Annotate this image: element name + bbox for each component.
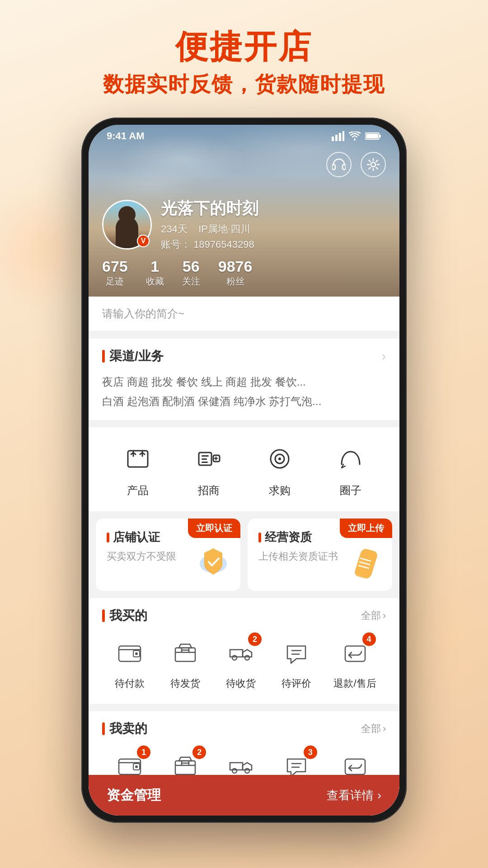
shop-cert-title-text: 店铺认证 xyxy=(113,529,160,545)
order-item-wait-ship[interactable]: 待发货 xyxy=(167,635,203,690)
order-wait-ship-icon-wrap xyxy=(167,635,203,671)
sales-wait-pay-badge: 1 xyxy=(137,745,150,759)
view-all-purchases[interactable]: 全部 › xyxy=(361,609,386,623)
svg-point-9 xyxy=(371,162,375,167)
chat-icon xyxy=(283,640,310,667)
quick-item-purchase[interactable]: 求购 xyxy=(262,441,298,498)
svg-point-27 xyxy=(232,656,237,660)
svg-rect-0 xyxy=(332,137,334,141)
user-meta: 234天 IP属地·四川 xyxy=(161,222,258,236)
bottom-bar-arrow: › xyxy=(377,788,381,802)
status-bar: 9:41 AM xyxy=(89,125,399,147)
order-return-badge: 4 xyxy=(362,632,376,646)
view-all-sales[interactable]: 全部 › xyxy=(361,722,386,736)
order-item-wait-review[interactable]: 待评价 xyxy=(278,635,314,690)
channels-title: 渠道/业务 xyxy=(102,348,164,365)
order-item-return[interactable]: 4 退款/售后 xyxy=(333,635,376,690)
avatar-wrapper[interactable]: V xyxy=(102,200,152,250)
bottom-bar-link-text: 查看详情 xyxy=(327,788,374,803)
stat-fans[interactable]: 9876 粉丝 xyxy=(218,258,253,288)
stat-favorites[interactable]: 1 收藏 xyxy=(146,258,164,288)
channel-line1: 夜店 商超 批发 餐饮 线上 商超 批发 餐饮... xyxy=(102,372,386,392)
quick-label-community: 圈子 xyxy=(340,483,361,498)
svg-rect-6 xyxy=(366,134,378,138)
red-bar-channels xyxy=(102,350,105,363)
bottom-bar-link[interactable]: 查看详情 › xyxy=(327,788,381,803)
sales-wait-review-badge: 3 xyxy=(304,745,317,759)
red-bar-sales xyxy=(102,722,105,735)
settings-icon-btn[interactable] xyxy=(361,152,386,177)
purchase-icon xyxy=(262,441,298,477)
order-return-label: 退款/售后 xyxy=(333,677,376,690)
user-info-row: V 光落下的时刻 234天 IP属地·四川 账号： 18976543298 xyxy=(102,198,258,251)
battery-icon xyxy=(365,132,381,140)
svg-rect-10 xyxy=(128,451,148,467)
content-area: 请输入你的简介~ 渠道/业务 › 夜店 商超 批发 餐饮 线上 商超 批发 餐饮… xyxy=(89,297,399,816)
cert-cards-row: 立即认证 店铺认证 买卖双方不受限 xyxy=(89,519,399,591)
shop-cert-card[interactable]: 立即认证 店铺认证 买卖双方不受限 xyxy=(96,519,240,591)
stats-row: 675 足迹 1 收藏 56 关注 9876 粉丝 xyxy=(102,258,252,288)
biz-cert-title-text: 经营资质 xyxy=(265,529,312,545)
signal-icon xyxy=(332,131,344,141)
my-sales-header: 我卖的 全部 › xyxy=(102,720,386,737)
stat-footprint[interactable]: 675 足迹 xyxy=(102,258,128,288)
channel-line2: 白酒 起泡酒 配制酒 保健酒 纯净水 苏打气泡... xyxy=(102,392,386,411)
order-wait-review-icon-wrap xyxy=(278,635,314,671)
phone-screen: 9:41 AM xyxy=(89,125,399,816)
user-ip: IP属地·四川 xyxy=(198,223,250,235)
my-purchases-title: 我买的 xyxy=(102,607,147,624)
svg-rect-1 xyxy=(335,135,338,141)
community-icon xyxy=(333,441,369,477)
biz-cert-badge[interactable]: 立即上传 xyxy=(340,519,392,538)
username: 光落下的时刻 xyxy=(161,198,258,220)
order-wait-receive-badge: 2 xyxy=(248,632,262,646)
svg-rect-12 xyxy=(202,455,209,457)
bio-input[interactable]: 请输入你的简介~ xyxy=(89,297,399,331)
page-main-title: 便捷开店 xyxy=(0,27,488,66)
my-sales-title-text: 我卖的 xyxy=(109,720,147,737)
channels-header: 渠道/业务 › xyxy=(102,348,386,365)
headphone-icon xyxy=(332,158,346,171)
stat-favorites-num: 1 xyxy=(146,258,164,275)
svg-point-28 xyxy=(245,656,249,660)
view-all-sales-arrow: › xyxy=(383,723,386,735)
profile-action-icons xyxy=(326,152,386,177)
order-return-icon-wrap: 4 xyxy=(337,635,373,671)
quick-item-investment[interactable]: 招商 xyxy=(191,441,227,498)
svg-rect-5 xyxy=(380,135,381,137)
channel-tags: 夜店 商超 批发 餐饮 线上 商超 批发 餐饮... 白酒 起泡酒 配制酒 保健… xyxy=(102,372,386,411)
shop-cert-badge[interactable]: 立即认证 xyxy=(188,519,240,538)
quick-label-purchase: 求购 xyxy=(269,483,291,498)
wallet-icon xyxy=(116,640,143,667)
channels-arrow[interactable]: › xyxy=(382,349,386,363)
phone-frame-wrapper: 9:41 AM xyxy=(81,118,407,823)
shop-cert-icon xyxy=(195,544,231,586)
user-days: 234天 xyxy=(161,223,188,235)
quick-label-product: 产品 xyxy=(127,483,149,498)
account-number: 18976543298 xyxy=(193,239,254,250)
order-wait-receive-label: 待收货 xyxy=(226,677,256,690)
quick-item-product[interactable]: 产品 xyxy=(120,441,156,498)
svg-point-34 xyxy=(135,765,138,768)
v-badge: V xyxy=(137,235,150,247)
stat-following[interactable]: 56 关注 xyxy=(182,258,200,288)
headphone-icon-btn[interactable] xyxy=(326,152,352,177)
quick-item-community[interactable]: 圈子 xyxy=(333,441,369,498)
quick-icons-row: 产品 xyxy=(89,427,399,511)
svg-rect-2 xyxy=(339,133,341,141)
wifi-icon xyxy=(349,132,361,141)
view-all-purchases-text: 全部 xyxy=(361,609,381,623)
biz-cert-card[interactable]: 立即上传 经营资质 上传相关资质证书 xyxy=(248,519,392,591)
stat-footprint-num: 675 xyxy=(102,258,128,275)
status-icons xyxy=(332,131,381,141)
order-item-wait-pay[interactable]: 待付款 xyxy=(112,635,148,690)
my-purchases-header: 我买的 全部 › xyxy=(102,607,386,624)
view-all-purchases-arrow: › xyxy=(383,610,386,622)
sales-wait-ship-badge: 2 xyxy=(192,745,206,759)
svg-rect-40 xyxy=(345,759,365,774)
svg-rect-3 xyxy=(343,131,344,141)
svg-point-37 xyxy=(245,769,249,773)
box-icon xyxy=(172,640,199,667)
stat-fans-num: 9876 xyxy=(218,258,253,275)
order-item-wait-receive[interactable]: 2 待收货 xyxy=(223,635,259,690)
